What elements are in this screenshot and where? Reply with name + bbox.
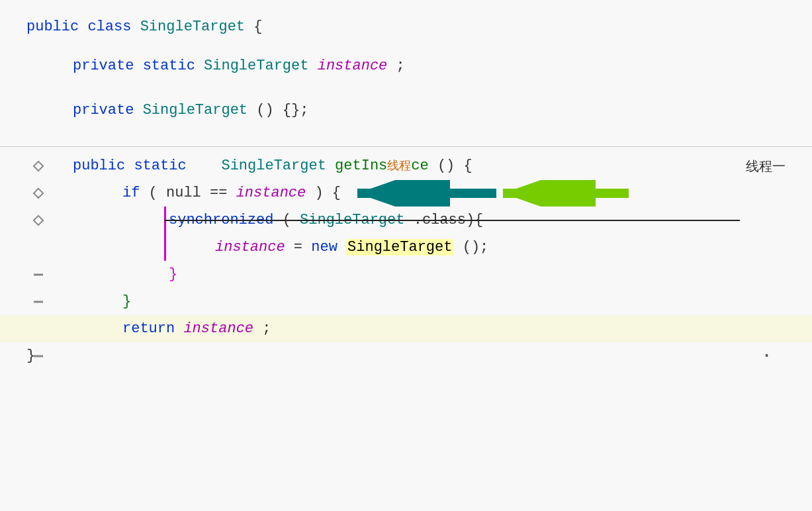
- code-line-3: private static SingleTarget instance ;: [0, 52, 812, 79]
- code-text: instance = new SingleTarget ();: [215, 236, 488, 258]
- gutter-icon-9: [26, 162, 50, 170]
- code-text: private SingleTarget () {};: [73, 99, 308, 121]
- code-line-11: synchronized ( SingleTarget .class){: [0, 207, 812, 234]
- code-line-6: private SingleTarget () {};: [0, 97, 812, 124]
- label-thread-1: 线程一: [746, 156, 786, 176]
- green-arrow: [496, 180, 629, 207]
- code-line-5: [0, 91, 812, 97]
- code-line-13: }: [0, 261, 812, 288]
- code-text: }: [122, 291, 131, 312]
- code-text: if ( null == instance ) {: [122, 182, 341, 204]
- code-text: public static SingleTarget getIns线程ce ()…: [73, 155, 473, 177]
- vert-bar-2: [164, 234, 166, 261]
- code-line-10: if ( null == instance ) {: [0, 179, 812, 207]
- code-text: public class SingleTarget {: [26, 16, 262, 38]
- code-line-1: public class SingleTarget {: [0, 13, 812, 40]
- gutter-icon-16: [26, 355, 50, 357]
- code-line-14: }: [0, 288, 812, 315]
- dot-marker: ·: [761, 342, 772, 370]
- gutter-icon-11: [26, 216, 50, 224]
- code-viewer: public class SingleTarget { private stat…: [0, 0, 812, 511]
- code-line-15: return instance ;: [0, 315, 812, 342]
- teal-arrow: [351, 180, 496, 207]
- code-text: private static SingleTarget instance ;: [73, 55, 405, 77]
- code-line-8: [0, 136, 812, 141]
- section-divider: [0, 146, 812, 147]
- code-line-7: [0, 124, 812, 136]
- strike-line: [164, 220, 740, 221]
- gutter-icon-13: [26, 273, 50, 275]
- code-text: return instance ;: [122, 318, 271, 340]
- code-line-12: instance = new SingleTarget ();: [0, 234, 812, 261]
- gutter-icon-10: [26, 189, 50, 197]
- gutter-icon-14: [26, 301, 50, 302]
- code-text: }: [169, 263, 177, 285]
- code-line-9: public static SingleTarget getIns线程ce ()…: [0, 152, 812, 179]
- code-line-16: } ·: [0, 342, 812, 369]
- code-line-2: [0, 40, 812, 52]
- code-line-4: [0, 79, 812, 91]
